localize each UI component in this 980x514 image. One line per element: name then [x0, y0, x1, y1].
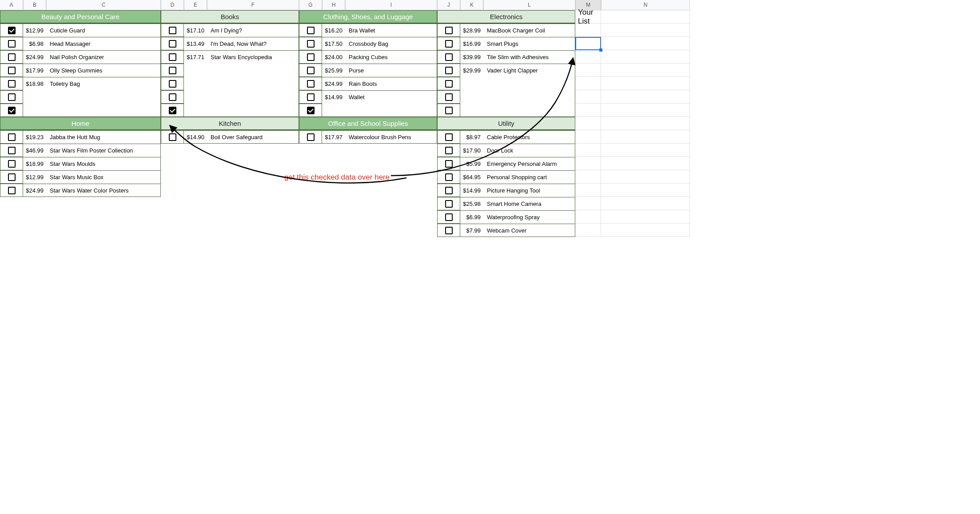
name-books-6[interactable] [207, 104, 299, 117]
checkbox-icon[interactable] [445, 213, 453, 221]
cell-N-17[interactable] [601, 210, 690, 224]
check-electronics-1[interactable] [437, 37, 460, 50]
price-beauty-2[interactable]: $24.99 [23, 50, 46, 64]
cell-N-14[interactable] [601, 170, 690, 184]
empty-cell[interactable] [322, 184, 345, 197]
check-beauty-0[interactable] [0, 24, 23, 37]
checkbox-icon[interactable] [169, 40, 176, 48]
checkbox-icon[interactable] [8, 80, 16, 88]
price-clothing-1[interactable]: $17.50 [322, 37, 345, 50]
empty-cell[interactable] [299, 170, 322, 184]
cell-M-16[interactable] [575, 197, 601, 210]
col-head-E[interactable]: E [184, 0, 207, 10]
name-utility-3[interactable]: Personal Shopping cart [483, 170, 575, 184]
empty-cell[interactable] [184, 197, 207, 210]
col-head-C[interactable]: C [46, 0, 161, 10]
col-head-H[interactable]: H [322, 0, 345, 10]
price-home-3[interactable]: $12.99 [23, 170, 46, 184]
price-utility-1[interactable]: $17.90 [460, 144, 483, 157]
price-utility-7[interactable]: $7.99 [460, 224, 483, 237]
name-clothing-4[interactable]: Rain Boots [345, 77, 437, 90]
empty-cell[interactable] [299, 197, 322, 210]
check-electronics-0[interactable] [437, 24, 460, 37]
price-books-1[interactable]: $13.49 [184, 37, 207, 50]
cell-N-3[interactable] [601, 24, 690, 37]
name-electronics-6[interactable] [483, 104, 575, 117]
empty-cell[interactable] [161, 170, 184, 184]
col-head-N[interactable]: N [601, 0, 690, 10]
empty-cell[interactable] [207, 157, 299, 170]
check-books-2[interactable] [161, 50, 184, 64]
cell-M-18[interactable] [575, 224, 601, 237]
price-clothing-5[interactable]: $14.99 [322, 90, 345, 104]
check-utility-0[interactable] [437, 130, 460, 144]
name-books-0[interactable]: Am I Dying? [207, 24, 299, 37]
check-utility-4[interactable] [437, 184, 460, 197]
empty-cell[interactable] [46, 210, 161, 224]
checkbox-icon[interactable] [8, 133, 16, 141]
col-head-J[interactable]: J [437, 0, 460, 10]
cat-header-office[interactable]: Office and School Supplies [299, 117, 437, 130]
cell-M-14[interactable] [575, 170, 601, 184]
empty-cell[interactable] [161, 157, 184, 170]
cat-header-clothing[interactable]: Clothing, Shoes, and Luggage [299, 10, 437, 24]
price-clothing-4[interactable]: $24.99 [322, 77, 345, 90]
empty-cell[interactable] [207, 144, 299, 157]
name-utility-5[interactable]: Smart Home Camera [483, 197, 575, 210]
empty-cell[interactable] [161, 184, 184, 197]
cell-N-6[interactable] [601, 64, 690, 77]
empty-cell[interactable] [23, 197, 46, 210]
checkbox-icon[interactable] [445, 67, 453, 74]
empty-cell[interactable] [184, 224, 207, 237]
checkbox-icon[interactable] [307, 133, 315, 141]
empty-cell[interactable] [161, 144, 184, 157]
empty-cell[interactable] [299, 157, 322, 170]
cat-header-electronics[interactable]: Electronics [437, 10, 575, 24]
checkbox-icon[interactable] [169, 53, 176, 61]
checkbox-icon[interactable] [8, 40, 16, 48]
checkbox-icon[interactable] [169, 93, 176, 101]
empty-cell[interactable] [207, 224, 299, 237]
checkbox-icon[interactable] [445, 80, 453, 88]
checkbox-icon[interactable] [8, 173, 16, 181]
cell-N-5[interactable] [601, 50, 690, 64]
price-utility-6[interactable]: $6.99 [460, 210, 483, 224]
cell-N-16[interactable] [601, 197, 690, 210]
empty-cell[interactable] [184, 184, 207, 197]
cat-header-books[interactable]: Books [161, 10, 299, 24]
check-beauty-2[interactable] [0, 50, 23, 64]
check-books-5[interactable] [161, 90, 184, 104]
checkbox-icon[interactable] [169, 133, 176, 141]
empty-cell[interactable] [345, 224, 437, 237]
price-home-2[interactable]: $18.99 [23, 157, 46, 170]
cell-M-12[interactable] [575, 144, 601, 157]
check-electronics-5[interactable] [437, 90, 460, 104]
name-beauty-6[interactable] [46, 104, 161, 117]
price-home-1[interactable]: $46.99 [23, 144, 46, 157]
empty-cell[interactable] [0, 224, 23, 237]
empty-cell[interactable] [345, 144, 437, 157]
name-utility-1[interactable]: Door Lock [483, 144, 575, 157]
name-electronics-3[interactable]: Vader Light Clapper [483, 64, 575, 77]
checkbox-icon[interactable] [8, 160, 16, 168]
cell-M-17[interactable] [575, 210, 601, 224]
checkbox-icon[interactable] [169, 107, 176, 114]
price-electronics-0[interactable]: $28.99 [460, 24, 483, 37]
cell-N-10[interactable] [601, 117, 690, 130]
cell-N-13[interactable] [601, 157, 690, 170]
check-beauty-3[interactable] [0, 64, 23, 77]
checkbox-icon[interactable] [307, 40, 315, 48]
name-electronics-5[interactable] [483, 90, 575, 104]
empty-cell[interactable] [161, 197, 184, 210]
check-clothing-5[interactable] [299, 90, 322, 104]
cell-M-9[interactable] [575, 104, 601, 117]
cell-N-18[interactable] [601, 224, 690, 237]
price-office-0[interactable]: $17.97 [322, 130, 345, 144]
cell-N-8[interactable] [601, 90, 690, 104]
name-beauty-1[interactable]: Head Massager [46, 37, 161, 50]
price-home-0[interactable]: $19.23 [23, 130, 46, 144]
cat-header-beauty[interactable]: Beauty and Personal Care [0, 10, 161, 24]
empty-cell[interactable] [0, 210, 23, 224]
cell-N2[interactable] [601, 10, 690, 24]
price-beauty-3[interactable]: $17.99 [23, 64, 46, 77]
